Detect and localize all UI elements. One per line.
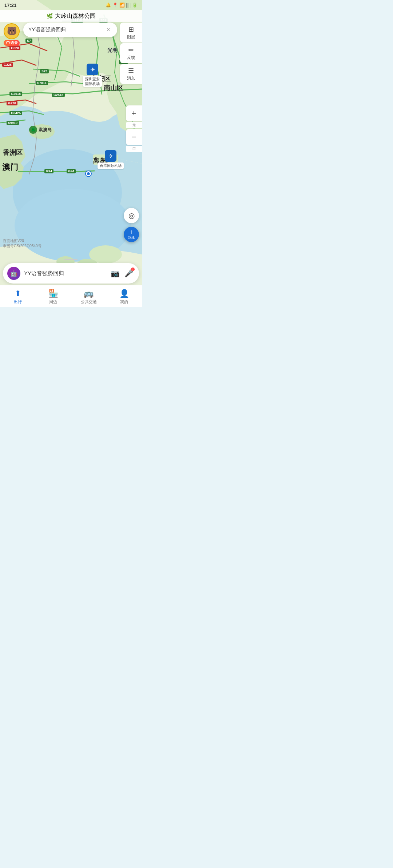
road-g228c: G228 bbox=[7, 101, 17, 105]
island-poi[interactable]: 🌲 淇澳岛 bbox=[29, 126, 52, 134]
watermark-line2: 审图号GS(2024)0540号 bbox=[3, 244, 41, 249]
signal-icon: |||| bbox=[126, 3, 131, 8]
battery-icon: 🔋 bbox=[132, 3, 138, 8]
road-g2518b: G2518 bbox=[52, 93, 65, 97]
input-avatar: 🤖 bbox=[7, 267, 20, 280]
mic-btn[interactable]: 🎤 1 bbox=[123, 268, 135, 279]
location-center-icon: ◎ bbox=[128, 211, 135, 220]
feedback-icon: ✏ bbox=[128, 46, 134, 54]
road-g94b: G94 bbox=[67, 169, 76, 173]
hk-airport-label: 香港国际机场 bbox=[98, 162, 124, 169]
zoom-plus-label: 元 bbox=[126, 122, 142, 128]
road-g228b: G228 bbox=[2, 63, 13, 67]
road-g0425: G0425 bbox=[9, 111, 22, 115]
transit-icon: 🚌 bbox=[84, 289, 94, 298]
feedback-btn[interactable]: ✏ 反馈 bbox=[120, 43, 142, 63]
road-s7811: S7811 bbox=[36, 81, 48, 85]
road-s9919: S9919 bbox=[7, 121, 19, 125]
route-btn-label: 路线 bbox=[128, 236, 135, 240]
status-bar: 17:21 🔔 📍 📶 |||| 🔋 bbox=[0, 0, 142, 10]
zoom-minus-label: 巨 bbox=[126, 146, 142, 152]
hk-airport-poi[interactable]: ✈ 香港国际机场 bbox=[98, 150, 124, 169]
bottom-input-bar[interactable]: 🤖 YY语音强势回归 📷 🎤 1 bbox=[3, 263, 139, 284]
zoom-in-btn[interactable]: + bbox=[126, 105, 142, 121]
layers-btn[interactable]: ⊞ 图层 bbox=[120, 23, 142, 43]
layers-icon: ⊞ bbox=[128, 25, 134, 33]
watermark-line1: 百度地图V20 bbox=[3, 238, 41, 244]
travel-icon: ⬆ bbox=[15, 289, 21, 298]
banner-text: 大岭山森林公园 bbox=[55, 12, 96, 20]
road-s73: S73 bbox=[40, 69, 49, 73]
search-close-btn[interactable]: × bbox=[105, 26, 112, 33]
wifi-icon: 📶 bbox=[119, 3, 125, 8]
scroll-indicator bbox=[64, 259, 78, 260]
bottom-nav: ⬆ 出行 🏪 周边 🚌 公共交通 👤 我的 bbox=[0, 285, 142, 307]
message-label: 消息 bbox=[127, 76, 135, 81]
mine-label: 我的 bbox=[120, 299, 128, 305]
yy-badge[interactable]: 🐻 YY语音 bbox=[4, 23, 20, 46]
mic-badge: 1 bbox=[131, 268, 135, 271]
road-g228a: G228 bbox=[9, 46, 20, 50]
zoom-controls: + 元 − 巨 bbox=[126, 105, 142, 152]
nav-travel[interactable]: ⬆ 出行 bbox=[0, 288, 36, 305]
search-bar[interactable]: YY语音强势回归 × bbox=[23, 23, 117, 37]
notification-icon: 🔔 bbox=[106, 3, 111, 8]
shenzhen-airport-label: 深圳宝安国际机场 bbox=[83, 76, 102, 87]
travel-label: 出行 bbox=[14, 299, 22, 305]
watermark: 百度地图V20 审图号GS(2024)0540号 bbox=[3, 238, 41, 249]
island-icon: 🌲 bbox=[29, 126, 37, 134]
top-banner: 🌿 大岭山森林公园 bbox=[0, 10, 142, 22]
road-g94a: G94 bbox=[44, 169, 53, 173]
nearby-icon: 🏪 bbox=[48, 289, 58, 298]
shenzhen-airport-poi[interactable]: ✈ 深圳宝安国际机场 bbox=[83, 64, 102, 87]
input-text: YY语音强势回归 bbox=[24, 270, 109, 277]
yy-avatar[interactable]: 🐻 bbox=[4, 23, 20, 39]
message-btn[interactable]: ☰ 消息 bbox=[120, 64, 142, 84]
user-location-dot bbox=[86, 171, 91, 176]
feedback-label: 反馈 bbox=[127, 55, 135, 60]
camera-btn[interactable]: 📷 bbox=[109, 268, 121, 279]
yy-label: YY语音 bbox=[4, 40, 19, 46]
nearby-label: 周边 bbox=[49, 299, 57, 305]
right-panel: ⊞ 图层 ✏ 反馈 ☰ 消息 bbox=[120, 23, 142, 84]
transit-label: 公共交通 bbox=[81, 299, 97, 305]
search-text: YY语音强势回归 bbox=[28, 27, 105, 33]
location-btn[interactable]: ◎ bbox=[124, 208, 139, 223]
location-icon: 📍 bbox=[112, 3, 118, 8]
island-label: 淇澳岛 bbox=[39, 127, 52, 133]
message-icon: ☰ bbox=[128, 67, 134, 75]
route-arrow-icon: ↑ bbox=[130, 229, 133, 235]
banner-icon: 🌿 bbox=[47, 13, 53, 19]
nav-nearby[interactable]: 🏪 周边 bbox=[36, 288, 71, 305]
mine-icon: 👤 bbox=[119, 289, 129, 298]
nav-transit[interactable]: 🚌 公共交通 bbox=[71, 288, 107, 305]
layers-label: 图层 bbox=[127, 34, 135, 40]
road-g2518a: G2518 bbox=[9, 92, 22, 96]
status-time: 17:21 bbox=[4, 3, 16, 8]
status-icons: 🔔 📍 📶 |||| 🔋 bbox=[106, 3, 138, 8]
nav-mine[interactable]: 👤 我的 bbox=[107, 288, 142, 305]
road-s7: S7 bbox=[25, 39, 32, 43]
zoom-out-btn[interactable]: − bbox=[126, 129, 142, 145]
route-btn[interactable]: ↑ 路线 bbox=[124, 227, 139, 242]
